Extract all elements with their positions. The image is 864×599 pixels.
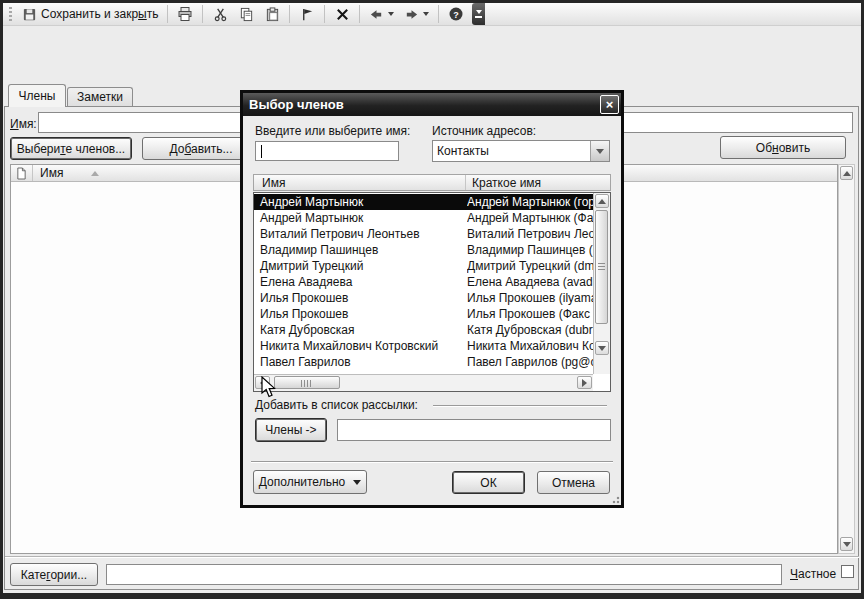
- address-source-select[interactable]: Контакты: [432, 140, 610, 162]
- main-vertical-scrollbar[interactable]: [838, 164, 855, 554]
- forward-button[interactable]: [400, 3, 433, 25]
- vertical-scroll-thumb[interactable]: [595, 210, 608, 324]
- toolbar-options-bar: [475, 16, 482, 18]
- chevron-down-icon: [353, 480, 361, 485]
- member-row[interactable]: Андрей МартынюкАндрей Мартынюк (Фа: [254, 210, 593, 226]
- document-icon: [16, 167, 27, 180]
- save-and-close-button[interactable]: Сохранить и закрыть: [18, 3, 162, 25]
- member-row[interactable]: Владимир ПашинцевВладимир Пашинцев (Ф: [254, 242, 593, 258]
- dialog-horizontal-scrollbar[interactable]: [254, 374, 593, 391]
- cut-icon: [213, 7, 228, 22]
- back-button[interactable]: [365, 3, 398, 25]
- help-button[interactable]: ?: [444, 3, 468, 25]
- print-icon: [177, 6, 193, 22]
- member-name: Никита Михайлович Котровский: [254, 338, 467, 354]
- toolbar: Сохранить и закрыть: [3, 3, 861, 26]
- member-short-name: Елена Авадяева (avad: [467, 274, 593, 290]
- member-row[interactable]: Павел ГавриловПавел Гаврилов (pg@c: [254, 354, 593, 370]
- member-row[interactable]: Елена АвадяеваЕлена Авадяева (avad: [254, 274, 593, 290]
- address-source-value: Контакты: [433, 144, 590, 158]
- dialog-close-button[interactable]: ×: [600, 95, 619, 114]
- private-checkbox[interactable]: [841, 565, 854, 578]
- member-row[interactable]: Дмитрий ТурецкийДмитрий Турецкий (dm: [254, 258, 593, 274]
- flag-icon: [300, 7, 315, 22]
- dialog-list-header: Имя Краткое имя: [253, 174, 611, 191]
- mouse-cursor: [260, 376, 280, 400]
- tab-notes[interactable]: Заметки: [67, 87, 133, 107]
- ok-button[interactable]: ОК: [452, 471, 525, 494]
- member-row[interactable]: Катя ДубровскаяКатя Дубровская (dubr: [254, 322, 593, 338]
- member-row[interactable]: Виталий Петрович ЛеонтьевВиталий Петрови…: [254, 226, 593, 242]
- add-to-list-group-label: Добавить в список рассылки:: [255, 398, 418, 412]
- group-divider: [433, 405, 607, 407]
- delete-button[interactable]: [330, 3, 354, 25]
- member-short-name: Илья Прокошев (ilyama: [467, 290, 593, 306]
- advanced-button[interactable]: Дополнительно: [253, 470, 367, 494]
- print-button[interactable]: [173, 3, 197, 25]
- scroll-up-button[interactable]: [840, 166, 853, 180]
- tab-members[interactable]: Члены: [8, 84, 66, 107]
- flag-button[interactable]: [295, 3, 319, 25]
- text-cursor: [261, 145, 262, 158]
- scroll-up-icon: [598, 199, 606, 204]
- toolbar-grip-handle[interactable]: [9, 7, 12, 22]
- members-input[interactable]: [337, 419, 611, 441]
- member-row[interactable]: Илья ПрокошевИлья Прокошев (ilyama: [254, 290, 593, 306]
- member-short-name: Илья Прокошев (Факс р: [467, 306, 593, 322]
- member-short-name: Андрей Мартынюк (гор: [467, 194, 593, 210]
- scroll-down-icon: [843, 542, 851, 547]
- member-short-name: Павел Гаврилов (pg@c: [467, 354, 593, 370]
- toolbar-separator: [167, 5, 168, 23]
- dialog-titlebar: Выбор членов ×: [243, 93, 621, 116]
- member-name: Дмитрий Турецкий: [254, 258, 467, 274]
- forward-dropdown-icon[interactable]: [423, 12, 429, 16]
- member-name: Катя Дубровская: [254, 322, 467, 338]
- select-members-button[interactable]: Выберите членов...: [10, 137, 132, 160]
- item-type-column-header[interactable]: [11, 165, 33, 181]
- member-short-name: Дмитрий Турецкий (dm: [467, 258, 593, 274]
- member-row[interactable]: Андрей МартынюкАндрей Мартынюк (гор: [254, 194, 593, 210]
- column-header-name[interactable]: Имя: [254, 175, 466, 190]
- paste-button[interactable]: [260, 3, 284, 25]
- member-row[interactable]: Никита Михайлович КотровскийНикита Михай…: [254, 338, 593, 354]
- back-dropdown-icon[interactable]: [388, 12, 394, 16]
- scroll-down-icon: [598, 346, 606, 351]
- dialog-vertical-scrollbar[interactable]: [593, 193, 610, 374]
- scroll-right-button[interactable]: [577, 376, 592, 389]
- scroll-down-button[interactable]: [595, 341, 609, 355]
- scroll-up-icon: [843, 171, 851, 176]
- address-source-dropdown-button[interactable]: [590, 141, 609, 161]
- back-icon: [369, 7, 384, 22]
- member-short-name: Андрей Мартынюк (Фа: [467, 210, 593, 226]
- copy-button[interactable]: [234, 3, 258, 25]
- save-and-close-label: Сохранить и закрыть: [41, 7, 158, 21]
- scroll-down-button[interactable]: [840, 537, 853, 551]
- toolbar-options-icon[interactable]: [472, 3, 485, 25]
- member-short-name: Виталий Петрович Лео: [467, 226, 593, 242]
- scroll-up-button[interactable]: [595, 194, 609, 208]
- members-arrow-button[interactable]: Члены ->: [255, 418, 327, 442]
- enter-name-input[interactable]: [255, 141, 399, 161]
- save-icon: [22, 7, 37, 22]
- member-name: Павел Гаврилов: [254, 354, 467, 370]
- refresh-label: Обновить: [756, 141, 810, 155]
- cut-button[interactable]: [208, 3, 232, 25]
- toolbar-options-arrow: [476, 10, 482, 14]
- name-column-label: Имя: [40, 166, 63, 180]
- dialog-body: Введите или выберите имя: Источник адрес…: [243, 116, 621, 505]
- outlook-window: Без имени - Список рассылки × Файл Правк…: [0, 0, 864, 599]
- member-name: Илья Прокошев: [254, 290, 467, 306]
- resize-grip-handle[interactable]: [609, 493, 620, 504]
- member-row[interactable]: Илья ПрокошевИлья Прокошев (Факс р: [254, 306, 593, 322]
- toolbar-separator: [438, 5, 439, 23]
- contacts-listbox: Андрей МартынюкАндрей Мартынюк (горАндре…: [253, 192, 611, 392]
- thumb-grip-icon: [301, 380, 311, 387]
- refresh-button[interactable]: Обновить: [720, 136, 846, 159]
- footer-divider: [5, 556, 859, 558]
- categories-button[interactable]: Категории...: [10, 563, 98, 586]
- categories-input[interactable]: [106, 564, 782, 585]
- column-header-short-name[interactable]: Краткое имя: [466, 176, 610, 190]
- enter-name-label: Введите или выберите имя:: [255, 124, 410, 138]
- horizontal-scroll-thumb[interactable]: [274, 376, 340, 389]
- cancel-button[interactable]: Отмена: [537, 471, 610, 494]
